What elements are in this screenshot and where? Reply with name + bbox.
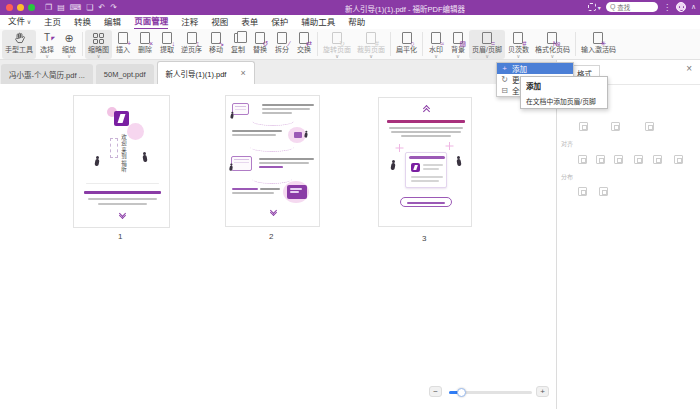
ribbon-button-交换[interactable]: 交换 xyxy=(293,30,315,59)
ribbon-button-插入[interactable]: 插入 xyxy=(112,30,134,59)
ribbon-button-扁平化[interactable]: 扁平化 xyxy=(393,30,420,59)
panel-section-label: 分布 xyxy=(561,172,573,181)
menu-item-转换[interactable]: 转换 xyxy=(74,16,91,29)
extract-page-icon xyxy=(162,31,172,45)
panel-tool-icon[interactable] xyxy=(634,155,643,164)
ribbon-button-格式化页码[interactable]: 格式化页码∨ xyxy=(532,30,573,59)
ribbon-button-移动[interactable]: 移动 xyxy=(205,30,227,59)
select-zoom-tool-icon[interactable] xyxy=(588,3,596,11)
page-thumbnail-2[interactable] xyxy=(225,95,320,227)
menu-item-表单[interactable]: 表单 xyxy=(241,16,258,29)
panel-tool-icon[interactable] xyxy=(645,122,654,131)
tooltip-title: 添加 xyxy=(526,80,602,91)
flatten-icon xyxy=(402,31,412,45)
more-options-icon[interactable]: ⋮ xyxy=(663,3,671,12)
search-input[interactable] xyxy=(617,4,651,11)
panel-tool-icon[interactable] xyxy=(578,155,587,164)
document-tab[interactable]: 新人引导(1)(1).pdf× xyxy=(157,61,255,84)
zoom-out-button[interactable]: − xyxy=(429,386,442,397)
page-thumbnail-3[interactable] xyxy=(378,97,472,227)
zoom-in-button[interactable]: + xyxy=(536,386,549,397)
page-thumbnail-1[interactable]: 欢迎来到福昕 xyxy=(73,95,170,228)
menu-item-保护[interactable]: 保护 xyxy=(271,16,288,29)
search-icon: Q xyxy=(610,3,615,11)
foxit-logo xyxy=(114,111,129,126)
minimize-window-button[interactable] xyxy=(17,4,24,11)
document-tab-label: 新人引导(1)(1).pdf xyxy=(166,68,227,79)
chevron-down-icon: ∨ xyxy=(335,54,339,59)
menu-item-主页[interactable]: 主页 xyxy=(44,16,61,29)
ribbon-button-替换[interactable]: 替换 xyxy=(249,30,271,59)
user-avatar[interactable] xyxy=(676,2,686,12)
ribbon-button-缩放[interactable]: ⊕缩放∨ xyxy=(58,30,80,59)
print-icon[interactable]: ⌨ xyxy=(70,3,82,12)
text-line-placeholder xyxy=(389,127,463,129)
zoom-slider-knob[interactable] xyxy=(457,388,466,397)
step-illustration xyxy=(231,156,252,171)
ribbon-button-提取[interactable]: 提取 xyxy=(156,30,178,59)
panel-tool-icon[interactable] xyxy=(579,122,588,131)
ribbon-button-背景[interactable]: 背景∨ xyxy=(447,30,469,59)
close-window-button[interactable] xyxy=(6,4,13,11)
ribbon-button-页眉/页脚[interactable]: 页眉/页脚∨ xyxy=(469,30,505,59)
collapse-ribbon-icon[interactable]: ∧ xyxy=(691,3,696,11)
menu-item-编辑[interactable]: 编辑 xyxy=(104,16,121,29)
ribbon-button-选择[interactable]: T选择∨ xyxy=(36,30,58,59)
menu-item-帮助[interactable]: 帮助 xyxy=(348,16,365,29)
ribbon-button-复制[interactable]: 复制 xyxy=(227,30,249,59)
panel-tool-icon[interactable] xyxy=(614,155,623,164)
chevron-down-icon: ∨ xyxy=(517,54,521,59)
panel-tool-icon[interactable] xyxy=(599,187,608,196)
close-tab-icon[interactable]: × xyxy=(240,68,245,78)
ribbon-button-拆分[interactable]: 拆分 xyxy=(271,30,293,59)
open-icon[interactable]: ❐ xyxy=(45,3,52,12)
ribbon-button-删除[interactable]: 删除 xyxy=(134,30,156,59)
new-doc-icon[interactable]: ❏ xyxy=(86,3,93,12)
menu-item-页面管理[interactable]: 页面管理 xyxy=(134,15,168,30)
zoom-icon: ⊕ xyxy=(64,32,73,44)
panel-tool-icon[interactable] xyxy=(674,155,683,164)
ribbon-button-输入激活码[interactable]: 输入激活码 xyxy=(578,30,619,59)
background-icon xyxy=(453,32,463,44)
zoom-window-button[interactable] xyxy=(28,4,35,11)
watermark-icon xyxy=(431,32,441,44)
menu-item-视图[interactable]: 视图 xyxy=(211,16,228,29)
document-tab[interactable]: 50M_opt.pdf xyxy=(96,64,154,84)
ribbon-button-手型工具[interactable]: 手型工具 xyxy=(2,30,36,59)
panel-tool-icon[interactable] xyxy=(611,122,620,131)
chevron-down-icon: ∨ xyxy=(434,54,438,59)
text-line-placeholder xyxy=(232,134,276,136)
chevron-down-icon xyxy=(406,54,407,59)
panel-tool-icon[interactable] xyxy=(578,187,587,196)
chevron-down-icon: ∨ xyxy=(97,54,101,59)
document-tab[interactable]: 冯小惠-个人简历.pdf ... xyxy=(1,64,93,84)
text-line-placeholder xyxy=(98,203,147,205)
foxit-pdf-editor-window: ❐▤⌨❏↶↷ 新人引导(1)(1).pdf - 福昕PDF编辑器 ▾ Q ⋮ ∧… xyxy=(0,0,700,409)
text-line-placeholder xyxy=(411,180,439,182)
document-tab-label: 50M_opt.pdf xyxy=(104,70,146,79)
menu-item-辅助工具[interactable]: 辅助工具 xyxy=(301,16,335,29)
redo-icon[interactable]: ↷ xyxy=(110,3,117,12)
menu-bar: 文件 ∨主页转换编辑页面管理注释视图表单保护辅助工具帮助 xyxy=(0,15,700,29)
ribbon-button-缩略图[interactable]: 缩略图∨ xyxy=(85,30,112,59)
menu-item-注释[interactable]: 注释 xyxy=(181,16,198,29)
chevron-down-icon xyxy=(281,54,282,59)
ribbon-button-贝茨数[interactable]: 贝茨数∨ xyxy=(505,30,532,59)
menu-item-文件[interactable]: 文件 ∨ xyxy=(8,15,31,29)
search-box[interactable]: Q xyxy=(606,2,658,12)
divider xyxy=(422,32,423,56)
undo-icon[interactable]: ↶ xyxy=(98,3,105,12)
insert-page-icon xyxy=(118,32,128,44)
ribbon-button-水印[interactable]: 水印∨ xyxy=(425,30,447,59)
menu-item-添加[interactable]: +添加 xyxy=(497,63,573,74)
ribbon-button-逆页序[interactable]: 逆页序 xyxy=(178,30,205,59)
panel-tool-icon[interactable] xyxy=(596,155,605,164)
flatten-icon xyxy=(402,32,412,44)
reverse-order-icon xyxy=(187,32,197,44)
save-icon[interactable]: ▤ xyxy=(57,3,65,12)
divider xyxy=(82,32,83,56)
panel-close-icon[interactable]: × xyxy=(686,63,692,74)
panel-tool-icon[interactable] xyxy=(653,155,662,164)
chevron-down-icon[interactable]: ▾ xyxy=(598,4,601,11)
chevron-down-icon: ∨ xyxy=(551,54,555,59)
